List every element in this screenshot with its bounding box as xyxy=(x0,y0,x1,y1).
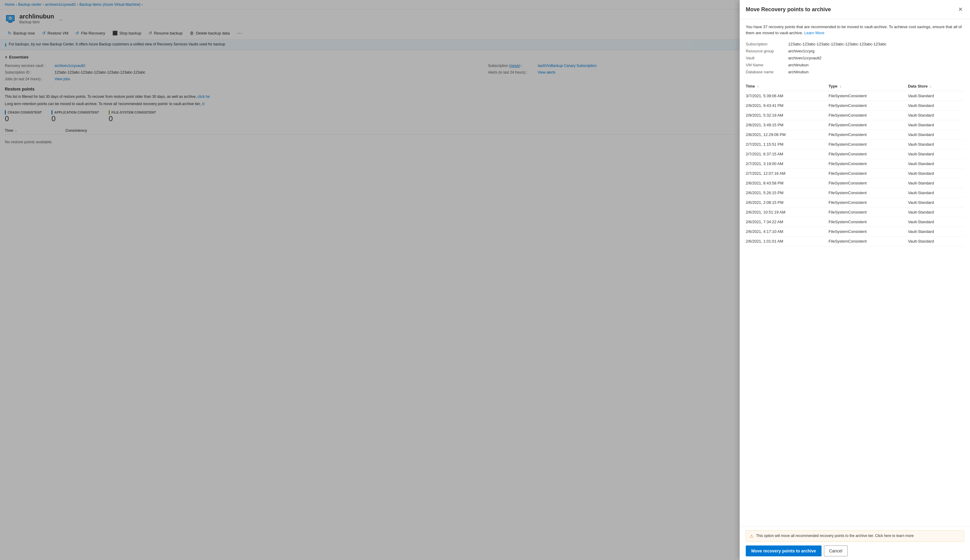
panel-info-table: Subscription 123abc-123abc-123abc-123abc… xyxy=(746,41,964,75)
col-type-th[interactable]: Type ↕ xyxy=(828,82,908,91)
cell-time: 2/6/2021, 2:08:15 PM xyxy=(746,198,828,207)
cell-type: FileSystemConsistent xyxy=(828,188,908,198)
info-row-subscription: Subscription 123abc-123abc-123abc-123abc… xyxy=(746,41,964,48)
info-row-vmname: VM Name archlinubun xyxy=(746,62,964,68)
cell-datastore: Vault-Standard xyxy=(908,237,964,246)
recovery-points-table: Time ↕ Type ↕ Data Store ↕ 3/7/2021, 5:3… xyxy=(746,82,964,246)
footer-actions: Move recovery points to archive Cancel xyxy=(746,545,964,557)
table-row: 2/8/2021, 3:49:15 PMFileSystemConsistent… xyxy=(746,120,964,130)
cell-time: 2/6/2021, 5:26:15 PM xyxy=(746,188,828,198)
cell-type: FileSystemConsistent xyxy=(828,227,908,237)
cell-type: FileSystemConsistent xyxy=(828,140,908,149)
recovery-table-body: 3/7/2021, 5:39:06 AMFileSystemConsistent… xyxy=(746,91,964,246)
cell-time: 2/9/2021, 9:43:41 PM xyxy=(746,101,828,110)
table-row: 2/6/2021, 5:26:15 PMFileSystemConsistent… xyxy=(746,188,964,198)
col-datastore-th[interactable]: Data Store ↕ xyxy=(908,82,964,91)
cell-type: FileSystemConsistent xyxy=(828,101,908,110)
warning-banner: ⚠ This option will move all recommended … xyxy=(746,530,964,542)
cell-datastore: Vault-Standard xyxy=(908,169,964,178)
cell-type: FileSystemConsistent xyxy=(828,217,908,227)
cell-time: 2/7/2021, 6:37:15 AM xyxy=(746,149,828,159)
warning-text: This option will move all recommended re… xyxy=(756,533,914,538)
table-row: 2/7/2021, 1:15:51 PMFileSystemConsistent… xyxy=(746,140,964,149)
recovery-table-header-row: Time ↕ Type ↕ Data Store ↕ xyxy=(746,82,964,91)
cell-type: FileSystemConsistent xyxy=(828,169,908,178)
cell-type: FileSystemConsistent xyxy=(828,130,908,140)
cell-time: 3/7/2021, 5:39:06 AM xyxy=(746,91,828,101)
cell-type: FileSystemConsistent xyxy=(828,91,908,101)
table-row: 2/6/2021, 8:43:58 PMFileSystemConsistent… xyxy=(746,178,964,188)
info-value-dbname: archlinubun xyxy=(788,70,808,74)
move-recovery-points-button[interactable]: Move recovery points to archive xyxy=(746,545,821,557)
cell-time: 2/7/2021, 3:19:00 AM xyxy=(746,159,828,169)
learn-more-link[interactable]: Learn More xyxy=(804,31,824,35)
cell-time: 2/6/2021, 10:51:19 AM xyxy=(746,207,828,217)
table-row: 2/8/2021, 12:29:06 PMFileSystemConsisten… xyxy=(746,130,964,140)
cell-type: FileSystemConsistent xyxy=(828,120,908,130)
cell-type: FileSystemConsistent xyxy=(828,207,908,217)
cell-time: 2/7/2021, 12:07:16 AM xyxy=(746,169,828,178)
col-time-th[interactable]: Time ↕ xyxy=(746,82,828,91)
cell-datastore: Vault-Standard xyxy=(908,149,964,159)
cell-datastore: Vault-Standard xyxy=(908,217,964,227)
cell-datastore: Vault-Standard xyxy=(908,159,964,169)
warning-icon: ⚠ xyxy=(750,533,754,538)
cell-datastore: Vault-Standard xyxy=(908,198,964,207)
table-row: 2/6/2021, 10:51:19 AMFileSystemConsisten… xyxy=(746,207,964,217)
table-row: 2/9/2021, 9:43:41 PMFileSystemConsistent… xyxy=(746,101,964,110)
cell-datastore: Vault-Standard xyxy=(908,91,964,101)
panel-description: You have 37 recovery points that are rec… xyxy=(746,24,964,36)
cell-time: 2/6/2021, 7:34:22 AM xyxy=(746,217,828,227)
info-row-dbname: Database name archlinubun xyxy=(746,68,964,75)
cell-type: FileSystemConsistent xyxy=(828,178,908,188)
time-sort-icon: ↕ xyxy=(757,85,759,88)
cell-type: FileSystemConsistent xyxy=(828,237,908,246)
table-row: 2/9/2021, 5:32:19 AMFileSystemConsistent… xyxy=(746,110,964,120)
info-value-vmname: archlinubun xyxy=(788,63,808,67)
cell-type: FileSystemConsistent xyxy=(828,159,908,169)
cell-datastore: Vault-Standard xyxy=(908,227,964,237)
cell-datastore: Vault-Standard xyxy=(908,101,964,110)
cell-datastore: Vault-Standard xyxy=(908,207,964,217)
table-row: 2/6/2021, 1:01:01 AMFileSystemConsistent… xyxy=(746,237,964,246)
cell-datastore: Vault-Standard xyxy=(908,130,964,140)
cell-time: 2/6/2021, 8:43:58 PM xyxy=(746,178,828,188)
panel-footer: ⚠ This option will move all recommended … xyxy=(740,527,970,560)
info-value-resourcegroup: archivev1ccyrg xyxy=(788,49,815,53)
info-value-subscription: 123abc-123abc-123abc-123abc-123abc-123ab… xyxy=(788,42,887,46)
cell-time: 2/7/2021, 1:15:51 PM xyxy=(746,140,828,149)
table-row: 2/6/2021, 2:08:15 PMFileSystemConsistent… xyxy=(746,198,964,207)
cell-time: 2/6/2021, 1:01:01 AM xyxy=(746,237,828,246)
cancel-button[interactable]: Cancel xyxy=(824,545,848,557)
cell-datastore: Vault-Standard xyxy=(908,178,964,188)
datastore-sort-icon: ↕ xyxy=(930,85,932,88)
panel-body[interactable]: You have 37 recovery points that are rec… xyxy=(740,19,970,527)
cell-datastore: Vault-Standard xyxy=(908,140,964,149)
table-row: 2/7/2021, 6:37:15 AMFileSystemConsistent… xyxy=(746,149,964,159)
table-row: 2/7/2021, 12:07:16 AMFileSystemConsisten… xyxy=(746,169,964,178)
info-value-vault: archivev1ccyvault2 xyxy=(788,56,821,60)
panel-close-button[interactable]: ✕ xyxy=(957,5,964,14)
table-row: 2/7/2021, 3:19:00 AMFileSystemConsistent… xyxy=(746,159,964,169)
cell-datastore: Vault-Standard xyxy=(908,110,964,120)
table-row: 3/7/2021, 5:39:06 AMFileSystemConsistent… xyxy=(746,91,964,101)
panel-title: Move Recovery points to archive xyxy=(746,7,831,13)
panel-header: Move Recovery points to archive ✕ xyxy=(740,0,970,19)
info-row-vault: Vault archivev1ccyvault2 xyxy=(746,55,964,62)
table-row: 2/6/2021, 7:34:22 AMFileSystemConsistent… xyxy=(746,217,964,227)
move-recovery-points-panel: Move Recovery points to archive ✕ You ha… xyxy=(740,0,970,560)
cell-type: FileSystemConsistent xyxy=(828,110,908,120)
cell-time: 2/8/2021, 12:29:06 PM xyxy=(746,130,828,140)
cell-datastore: Vault-Standard xyxy=(908,120,964,130)
cell-type: FileSystemConsistent xyxy=(828,149,908,159)
info-label-subscription: Subscription xyxy=(746,42,788,46)
info-label-dbname: Database name xyxy=(746,70,788,74)
cell-time: 2/8/2021, 3:49:15 PM xyxy=(746,120,828,130)
info-label-vault: Vault xyxy=(746,56,788,60)
recovery-table-head: Time ↕ Type ↕ Data Store ↕ xyxy=(746,82,964,91)
cell-type: FileSystemConsistent xyxy=(828,198,908,207)
type-sort-icon: ↕ xyxy=(840,85,841,88)
info-label-vmname: VM Name xyxy=(746,63,788,67)
table-row: 2/6/2021, 4:17:10 AMFileSystemConsistent… xyxy=(746,227,964,237)
cell-datastore: Vault-Standard xyxy=(908,188,964,198)
